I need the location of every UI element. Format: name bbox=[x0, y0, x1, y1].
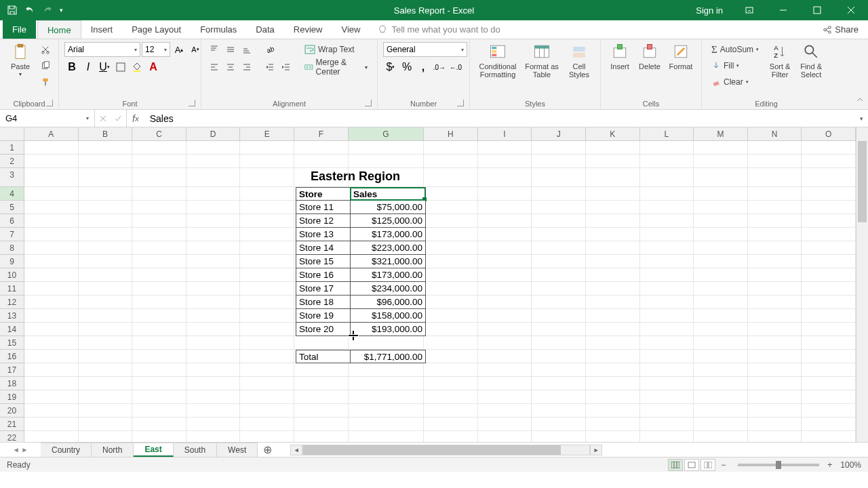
sheet-tab-north[interactable]: North bbox=[92, 443, 134, 457]
sales-cell[interactable]: $321,000.00 bbox=[350, 255, 426, 268]
store-cell[interactable]: Store 19 bbox=[296, 309, 350, 323]
column-header-I[interactable]: I bbox=[478, 127, 532, 140]
tab-view[interactable]: View bbox=[332, 20, 370, 39]
worksheet-grid[interactable]: ABCDEFGHIJKLMNO 123456789101112131415161… bbox=[0, 127, 868, 442]
page-layout-view-button[interactable] bbox=[684, 459, 699, 471]
zoom-slider[interactable] bbox=[738, 464, 819, 466]
scrollbar-thumb[interactable] bbox=[858, 141, 867, 222]
decrease-decimal-button[interactable]: ←.0 bbox=[448, 60, 463, 75]
fx-icon[interactable]: fx bbox=[127, 110, 144, 127]
column-headers[interactable]: ABCDEFGHIJKLMNO bbox=[24, 127, 856, 141]
tell-me-search[interactable]: Tell me what you want to do bbox=[378, 20, 500, 39]
sales-cell[interactable]: $193,000.00 bbox=[350, 323, 426, 336]
row-header-9[interactable]: 9 bbox=[0, 255, 24, 268]
row-header-21[interactable]: 21 bbox=[0, 418, 24, 431]
row-header-20[interactable]: 20 bbox=[0, 404, 24, 418]
page-break-view-button[interactable] bbox=[701, 459, 715, 471]
column-header-M[interactable]: M bbox=[694, 127, 748, 140]
horizontal-scrollbar[interactable]: ◄ ► bbox=[290, 443, 602, 457]
bold-button[interactable]: B bbox=[64, 60, 79, 75]
header-store[interactable]: Store bbox=[296, 187, 350, 201]
sheet-tab-south[interactable]: South bbox=[174, 443, 217, 457]
decrease-indent-button[interactable] bbox=[262, 60, 277, 75]
total-value[interactable]: $1,771,000.00 bbox=[350, 350, 426, 363]
border-button[interactable] bbox=[113, 60, 128, 75]
increase-indent-button[interactable] bbox=[279, 60, 294, 75]
store-cell[interactable]: Store 12 bbox=[296, 214, 350, 228]
new-sheet-button[interactable]: ⊕ bbox=[258, 443, 277, 457]
font-color-button[interactable]: A bbox=[146, 60, 161, 75]
row-header-19[interactable]: 19 bbox=[0, 390, 24, 404]
conditional-formatting-button[interactable]: Conditional Formatting bbox=[475, 42, 520, 79]
cut-button[interactable] bbox=[38, 42, 53, 57]
align-top-button[interactable] bbox=[207, 42, 222, 57]
sales-cell[interactable]: $234,000.00 bbox=[350, 282, 426, 296]
cell-styles-button[interactable]: Cell Styles bbox=[564, 42, 595, 79]
header-sales[interactable]: Sales bbox=[350, 187, 426, 201]
copy-button[interactable] bbox=[38, 58, 53, 73]
store-cell[interactable]: Store 18 bbox=[296, 296, 350, 309]
qat-customize-icon[interactable]: ▾ bbox=[60, 7, 63, 14]
sheet-tab-country[interactable]: Country bbox=[41, 443, 92, 457]
column-header-F[interactable]: F bbox=[294, 127, 349, 140]
increase-decimal-button[interactable]: .0→ bbox=[432, 60, 447, 75]
vertical-scrollbar[interactable] bbox=[856, 127, 868, 442]
sales-cell[interactable]: $173,000.00 bbox=[350, 268, 426, 282]
column-header-E[interactable]: E bbox=[240, 127, 294, 140]
undo-icon[interactable] bbox=[24, 5, 35, 16]
row-header-2[interactable]: 2 bbox=[0, 155, 24, 168]
column-header-J[interactable]: J bbox=[532, 127, 586, 140]
column-header-H[interactable]: H bbox=[424, 127, 478, 140]
sales-cell[interactable]: $158,000.00 bbox=[350, 309, 426, 323]
tab-page-layout[interactable]: Page Layout bbox=[122, 20, 191, 39]
row-header-18[interactable]: 18 bbox=[0, 377, 24, 390]
store-cell[interactable]: Store 15 bbox=[296, 255, 350, 268]
percent-button[interactable]: % bbox=[399, 60, 414, 75]
row-header-3[interactable]: 3 bbox=[0, 168, 24, 187]
insert-cells-button[interactable]: Insert bbox=[606, 42, 633, 70]
font-size-combo[interactable]: 12▾ bbox=[142, 42, 170, 57]
row-header-14[interactable]: 14 bbox=[0, 323, 24, 336]
align-bottom-button[interactable] bbox=[239, 42, 254, 57]
formula-input[interactable]: Sales bbox=[144, 110, 854, 127]
row-header-10[interactable]: 10 bbox=[0, 268, 24, 282]
cells-area[interactable] bbox=[24, 141, 856, 442]
store-cell[interactable]: Store 11 bbox=[296, 201, 350, 214]
minimize-button[interactable] bbox=[768, 0, 799, 20]
column-header-D[interactable]: D bbox=[186, 127, 241, 140]
store-cell[interactable]: Store 13 bbox=[296, 228, 350, 241]
row-headers[interactable]: 12345678910111213141516171819202122 bbox=[0, 141, 24, 442]
sales-cell[interactable]: $75,000.00 bbox=[350, 201, 426, 214]
column-header-C[interactable]: C bbox=[132, 127, 186, 140]
sheet-tab-west[interactable]: West bbox=[217, 443, 258, 457]
row-header-13[interactable]: 13 bbox=[0, 309, 24, 323]
save-icon[interactable] bbox=[7, 5, 18, 16]
align-right-button[interactable] bbox=[239, 60, 254, 75]
zoom-in-button[interactable]: + bbox=[827, 460, 832, 470]
select-all-corner[interactable] bbox=[0, 127, 24, 141]
zoom-out-button[interactable]: − bbox=[721, 460, 726, 470]
hscroll-thumb[interactable] bbox=[303, 445, 561, 455]
tab-insert[interactable]: Insert bbox=[81, 20, 123, 39]
wrap-text-button[interactable]: Wrap Text bbox=[300, 42, 372, 57]
tab-review[interactable]: Review bbox=[284, 20, 332, 39]
store-cell[interactable]: Store 14 bbox=[296, 241, 350, 255]
column-header-N[interactable]: N bbox=[748, 127, 802, 140]
row-header-6[interactable]: 6 bbox=[0, 214, 24, 228]
sales-cell[interactable]: $173,000.00 bbox=[350, 228, 426, 241]
store-cell[interactable]: Store 17 bbox=[296, 282, 350, 296]
number-launcher-icon[interactable] bbox=[457, 100, 464, 106]
merge-center-button[interactable]: Merge & Center▾ bbox=[300, 60, 372, 75]
store-cell[interactable]: Store 20 bbox=[296, 323, 350, 336]
row-header-5[interactable]: 5 bbox=[0, 201, 24, 214]
row-header-16[interactable]: 16 bbox=[0, 350, 24, 363]
format-painter-button[interactable] bbox=[38, 75, 53, 89]
column-header-O[interactable]: O bbox=[802, 127, 856, 140]
fill-button[interactable]: Fill▾ bbox=[707, 58, 763, 73]
zoom-level[interactable]: 100% bbox=[840, 460, 861, 470]
italic-button[interactable]: I bbox=[81, 60, 96, 75]
clear-button[interactable]: Clear▾ bbox=[707, 75, 763, 89]
format-as-table-button[interactable]: Format as Table bbox=[523, 42, 561, 79]
column-header-L[interactable]: L bbox=[640, 127, 694, 140]
delete-cells-button[interactable]: Delete bbox=[636, 42, 663, 70]
